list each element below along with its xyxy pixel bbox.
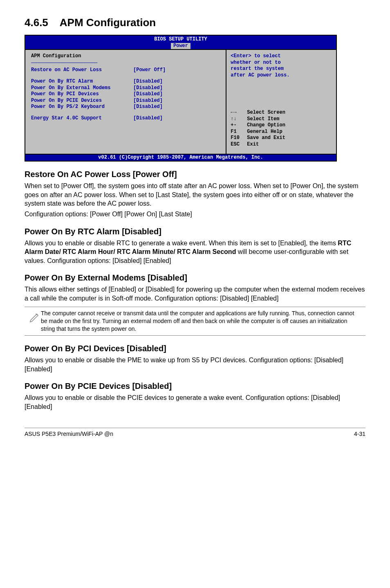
bios-right-panel: <Enter> to select whether or not to rest… (226, 50, 336, 153)
bios-item-ext-modems: Power On By External Modems [Disabled] (31, 85, 226, 92)
bios-item-value: [Disabled] (133, 85, 163, 92)
key-desc: Exit (247, 141, 259, 148)
subhead-restore-ac: Restore On AC Power Loss [Power Off] (25, 170, 365, 179)
subhead-ext-modems: Power On By External Modems [Disabled] (25, 273, 365, 283)
bios-item-label: Power On By PCI Devices (31, 91, 133, 98)
bios-left-panel: APM Configuration ──────────────────────… (25, 50, 226, 153)
body-text: When set to [Power Off], the system goes… (25, 182, 365, 208)
key-row-general-help: F1General Help (231, 129, 332, 135)
bios-divider: ────────────────────────── (31, 60, 226, 67)
bios-item-value: [Disabled] (133, 79, 163, 85)
bios-key-help: ←→Select Screen ↑↓Select Item +-Change O… (231, 110, 332, 150)
key-sym: ESC (231, 141, 247, 148)
bios-item-value: [Disabled] (133, 115, 163, 122)
bios-item-value: [Disabled] (133, 98, 163, 104)
key-row-select-screen: ←→Select Screen (231, 110, 332, 116)
footer-right: 4-31 (354, 431, 365, 437)
bios-title: BIOS SETUP UTILITY (154, 36, 207, 42)
bios-item-energy-star: Energy Star 4.0C Support [Disabled] (31, 115, 226, 122)
key-row-save-exit: F10Save and Exit (231, 135, 332, 141)
key-sym: +- (231, 122, 247, 129)
bios-panel-title: APM Configuration (31, 53, 226, 60)
bios-footer: v02.61 (C)Copyright 1985-2007, American … (25, 154, 336, 161)
pencil-icon (25, 310, 41, 333)
key-desc: General Help (247, 129, 282, 135)
body-text: Allows you to enable or disable RTC to g… (25, 239, 365, 265)
key-row-select-item: ↑↓Select Item (231, 116, 332, 123)
key-desc: Select Screen (247, 110, 285, 116)
bios-item-ps2: Power On By PS/2 Keyboard [Disabled] (31, 104, 226, 110)
subhead-rtc-alarm: Power On By RTC Alarm [Disabled] (25, 227, 365, 236)
key-desc: Select Item (247, 116, 279, 123)
key-sym: ←→ (231, 110, 247, 116)
bios-help-line: restart the system (231, 66, 284, 72)
body-text: Allows you to enable or disable the PME … (25, 356, 365, 373)
bios-help-line: <Enter> to select (231, 53, 280, 59)
bios-item-label: Power On By External Modems (31, 85, 133, 92)
bios-item-pci: Power On By PCI Devices [Disabled] (31, 91, 226, 98)
bios-help-line: whether or not to (231, 60, 280, 65)
footer-left: ASUS P5E3 Premium/WiFi-AP @n (25, 431, 113, 437)
key-row-exit: ESCExit (231, 141, 332, 148)
bios-item-pcie: Power On By PCIE Devices [Disabled] (31, 98, 226, 104)
bios-item-rtc-alarm: Power On By RTC Alarm [Disabled] (31, 79, 226, 85)
note-block: The computer cannot receive or transmit … (25, 307, 365, 336)
subhead-pci: Power On By PCI Devices [Disabled] (25, 344, 365, 353)
bios-item-restore-ac: Restore on AC Power Loss [Power Off] (31, 67, 226, 74)
body-text: Allows you to enable or disable the PCIE… (25, 393, 365, 411)
key-sym: F10 (231, 135, 247, 141)
note-text: The computer cannot receive or transmit … (41, 310, 365, 333)
bios-header: BIOS SETUP UTILITY Power (25, 36, 336, 49)
bios-tab-power: Power (171, 43, 191, 49)
key-sym: F1 (231, 129, 247, 135)
body-text: This allows either settings of [Enabled]… (25, 285, 365, 303)
bios-help-line: after AC power loss. (231, 72, 289, 78)
body-text: Configuration options: [Power Off] [Powe… (25, 210, 365, 219)
section-number: 4.6.5 (25, 16, 48, 29)
bios-item-label: Power On By PS/2 Keyboard (31, 104, 133, 110)
bios-item-label: Power On By RTC Alarm (31, 79, 133, 85)
body-span: Allows you to enable or disable RTC to g… (25, 240, 338, 247)
bios-item-label: Power On By PCIE Devices (31, 98, 133, 104)
bios-item-label: Energy Star 4.0C Support (31, 115, 133, 122)
bios-item-value: [Power Off] (133, 67, 166, 74)
bios-help-text: <Enter> to select whether or not to rest… (231, 53, 332, 79)
bios-screenshot: BIOS SETUP UTILITY Power APM Configurati… (25, 35, 337, 162)
subhead-pcie: Power On By PCIE Devices [Disabled] (25, 382, 365, 391)
key-sym: ↑↓ (231, 116, 247, 123)
bios-item-value: [Disabled] (133, 91, 163, 98)
bios-item-value: [Disabled] (133, 104, 163, 110)
bios-item-label: Restore on AC Power Loss (31, 67, 133, 74)
key-desc: Save and Exit (247, 135, 285, 141)
section-title-text: APM Configuration (60, 16, 156, 29)
key-desc: Change Option (247, 122, 285, 129)
section-heading: 4.6.5 APM Configuration (25, 16, 365, 29)
key-row-change-option: +-Change Option (231, 122, 332, 129)
page-footer: ASUS P5E3 Premium/WiFi-AP @n 4-31 (25, 428, 365, 437)
